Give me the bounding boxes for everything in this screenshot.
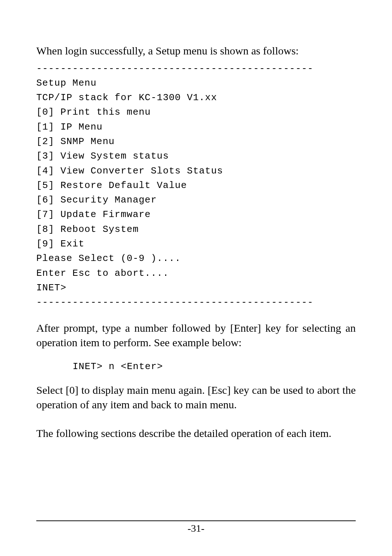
menu-item-4: [4] View Converter Slots Status: [36, 164, 356, 178]
menu-item-8: [8] Reboot System: [36, 222, 356, 237]
menu-rule-bottom: ----------------------------------------…: [36, 295, 356, 310]
menu-item-1: [1] IP Menu: [36, 120, 356, 134]
menu-item-2: [2] SNMP Menu: [36, 134, 356, 149]
menu-title: Setup Menu: [36, 76, 356, 90]
menu-item-6: [6] Security Manager: [36, 193, 356, 207]
menu-rule-top: ----------------------------------------…: [36, 61, 356, 76]
example-command: INET> n <Enter>: [73, 361, 356, 372]
menu-item-3: [3] View System status: [36, 149, 356, 163]
menu-prompt-abort: Enter Esc to abort....: [36, 266, 356, 281]
select-zero-paragraph: Select [0] to display main menu again. […: [36, 383, 356, 412]
page-number: -31-: [188, 523, 205, 534]
menu-prompt-inet: INET>: [36, 281, 356, 295]
intro-paragraph: When login successfully, a Setup menu is…: [36, 44, 356, 58]
document-page: When login successfully, a Setup menu is…: [0, 0, 392, 556]
menu-prompt-select: Please Select (0-9 )....: [36, 251, 356, 266]
menu-item-5: [5] Restore Default Value: [36, 178, 356, 193]
footer-rule: [36, 520, 356, 521]
following-sections-paragraph: The following sections describe the deta…: [36, 426, 356, 441]
menu-item-9: [9] Exit: [36, 237, 356, 251]
page-footer: -31-: [36, 520, 356, 534]
menu-item-0: [0] Print this menu: [36, 105, 356, 119]
menu-item-7: [7] Update Firmware: [36, 207, 356, 222]
paragraph-gap: [36, 416, 356, 426]
setup-menu-block: ----------------------------------------…: [36, 61, 356, 310]
menu-subtitle: TCP/IP stack for KC-1300 V1.xx: [36, 90, 356, 105]
after-prompt-paragraph: After prompt, type a number followed by …: [36, 321, 356, 350]
